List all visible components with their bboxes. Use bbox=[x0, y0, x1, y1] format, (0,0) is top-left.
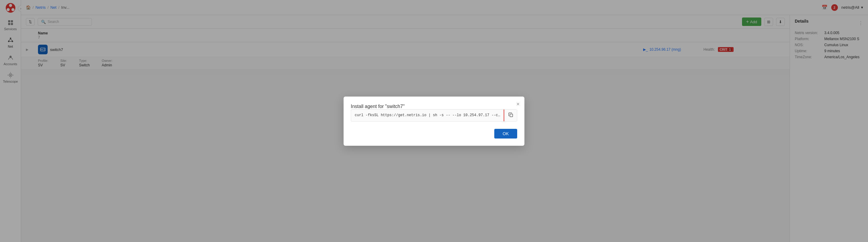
command-box: curl -fksSL https://get.netris.io | sh -… bbox=[351, 109, 434, 121]
modal-overlay[interactable]: Install agent for "switch7" × curl -fksS… bbox=[0, 0, 434, 121]
install-agent-modal: Install agent for "switch7" × curl -fksS… bbox=[344, 97, 434, 121]
modal-title: Install agent for "switch7" bbox=[351, 104, 405, 109]
command-text: curl -fksSL https://get.netris.io | sh -… bbox=[351, 110, 434, 120]
